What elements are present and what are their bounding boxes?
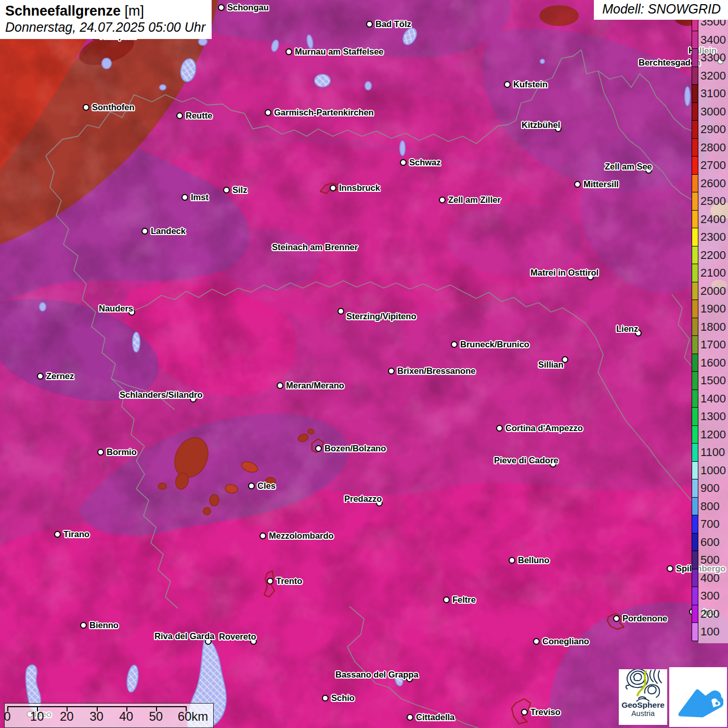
title-datetime: Donnerstag, 24.07.2025 05:00 Uhr bbox=[5, 20, 205, 35]
colorbar-tick-label: 800 bbox=[700, 498, 728, 516]
colorbar-tick-label: 2900 bbox=[700, 121, 728, 139]
scalebar-tick-label: 30 bbox=[89, 709, 103, 724]
colorbar-cell bbox=[692, 211, 698, 229]
colorbar-cell bbox=[692, 444, 698, 462]
colorbar-tick-label: 2300 bbox=[700, 228, 728, 246]
colorbar-cell bbox=[692, 551, 698, 569]
colorbar-cell bbox=[692, 67, 698, 85]
colorbar-cell bbox=[692, 318, 698, 336]
scalebar-tick-label: 0 bbox=[4, 709, 10, 724]
colorbar-tick-label: 1700 bbox=[700, 336, 728, 354]
colorbar-tick-label: 2500 bbox=[700, 192, 728, 211]
colorbar-tick-label: 1900 bbox=[700, 300, 728, 318]
colorbar-cell bbox=[692, 139, 698, 157]
colorbar-cell bbox=[692, 462, 698, 480]
colorbar-tick-label: 200 bbox=[700, 605, 728, 623]
colorbar-cell bbox=[692, 426, 698, 444]
scalebar-tick-label: 40 bbox=[119, 709, 133, 724]
colorbar-tick-label: 1800 bbox=[700, 318, 728, 336]
app-logo-box bbox=[669, 667, 727, 727]
colorbar-tick-label: 3200 bbox=[700, 67, 728, 85]
colorbar-cell bbox=[692, 103, 698, 121]
colorbar-cell bbox=[692, 121, 698, 139]
colorbar-cell bbox=[692, 175, 698, 193]
colorbar-tick-label: 1200 bbox=[700, 426, 728, 444]
colorbar-cell bbox=[692, 300, 698, 318]
page-title: Schneefallgrenze [m] bbox=[5, 3, 205, 19]
colorbar-tick-label: 100 bbox=[700, 623, 728, 641]
colorbar-tick-label: 2200 bbox=[700, 246, 728, 265]
colorbar-tick-label: 2100 bbox=[700, 264, 728, 282]
colorbar-cell bbox=[692, 336, 698, 354]
geosphere-logo-text: GeoSphere bbox=[621, 700, 665, 709]
colorbar-cell bbox=[692, 372, 698, 390]
colorbar-tick-label: 3100 bbox=[700, 85, 728, 103]
colorbar-tick-label: 3400 bbox=[700, 31, 728, 49]
geosphere-austria-logo: GeoSphere Austria bbox=[619, 669, 667, 725]
colorbar-cell bbox=[692, 85, 698, 103]
colorbar-cell bbox=[692, 534, 698, 552]
colorbar-tick-label: 2700 bbox=[700, 157, 728, 175]
colorbar-tick-label: 1100 bbox=[700, 444, 728, 462]
colorbar-cell bbox=[692, 390, 698, 408]
scalebar-tick-label: 10 bbox=[30, 709, 44, 724]
colorbar-cell bbox=[692, 192, 698, 211]
colorbar-cell bbox=[692, 157, 698, 175]
colorbar-tick-label: 1000 bbox=[700, 462, 728, 480]
colorbar-tick-label: 900 bbox=[700, 479, 728, 498]
colorbar-cell bbox=[692, 408, 698, 426]
contour-lines-icon bbox=[623, 669, 664, 701]
colorbar-tick-label: 3300 bbox=[700, 49, 728, 67]
colorbar-cell bbox=[692, 623, 698, 641]
colorbar-tick-label: 500 bbox=[700, 551, 728, 569]
colorbar-cell bbox=[692, 498, 698, 516]
colorbar-cell bbox=[692, 587, 698, 605]
colorbar-cell bbox=[692, 228, 698, 246]
colorbar-tick-label: 1400 bbox=[700, 390, 728, 408]
geosphere-logo-country: Austria bbox=[631, 709, 655, 718]
colorbar-cell bbox=[692, 246, 698, 265]
colorbar-tick-label: 3000 bbox=[700, 103, 728, 121]
model-box: Modell: SNOWGRID bbox=[594, 0, 728, 20]
colorbar-tick-label: 600 bbox=[700, 534, 728, 552]
colorbar-cell bbox=[692, 569, 698, 588]
colorbar-tick-label: 2800 bbox=[700, 139, 728, 157]
colorbar-cell bbox=[692, 264, 698, 282]
colorbar-cell bbox=[692, 479, 698, 498]
colorbar-cell bbox=[692, 354, 698, 372]
colorbar-tick-label: 300 bbox=[700, 587, 728, 605]
scalebar-tick-label: 20 bbox=[60, 709, 74, 724]
colorbar-tick-label: 1300 bbox=[700, 408, 728, 426]
title-box: Schneefallgrenze [m] Donnerstag, 24.07.2… bbox=[0, 0, 212, 39]
colorbar-tick-label: 2400 bbox=[700, 211, 728, 229]
colorbar-tick-label: 700 bbox=[700, 515, 728, 534]
model-label: Modell: SNOWGRID bbox=[602, 2, 721, 16]
colorbar-cell bbox=[692, 49, 698, 67]
scalebar-tick-label: 60km bbox=[178, 709, 209, 724]
snowfall-limit-map: SchongauBad TölzKemptenMurnau am Staffel… bbox=[0, 0, 728, 728]
colorbar-tick-label: 2000 bbox=[700, 282, 728, 301]
colorbar-tick-label: 1600 bbox=[700, 354, 728, 372]
title-unit: [m] bbox=[125, 3, 145, 19]
colorbar-cell bbox=[692, 515, 698, 534]
mountain-cloud-icon bbox=[673, 672, 723, 722]
colorbar-tick-label: 400 bbox=[700, 569, 728, 588]
colorbar-cell bbox=[692, 605, 698, 623]
scalebar-tick-label: 50 bbox=[149, 709, 163, 724]
colorbar-cell bbox=[692, 282, 698, 301]
colorbar-tick-label: 2600 bbox=[700, 175, 728, 193]
colorbar-tick-label: 1500 bbox=[700, 372, 728, 390]
distance-scalebar: 0102030405060km bbox=[4, 703, 214, 728]
colorbar-cell bbox=[692, 31, 698, 49]
map-canvas bbox=[0, 0, 728, 728]
